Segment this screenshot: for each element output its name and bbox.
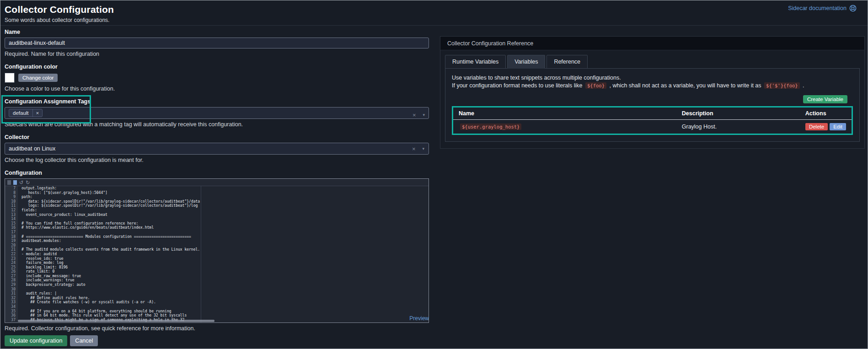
configuration-code-area[interactable]: 7 output.logstash: 8 hosts: ["${user.gra… <box>5 186 429 322</box>
line-number: 35 <box>5 309 18 314</box>
line-number: 19 <box>5 239 18 243</box>
line-text: # The auditd module collects events from… <box>18 247 200 252</box>
collector-configuration-reference-panel: Collector Configuration Reference Runtim… <box>440 36 865 149</box>
code-line: 23 resolve_ids: true <box>5 257 429 261</box>
code-line: 34 <box>5 305 429 309</box>
delete-variable-button[interactable]: Delete <box>805 123 828 130</box>
undo-icon[interactable]: ↺ <box>19 180 23 185</box>
copy-icon[interactable] <box>7 180 11 185</box>
line-number: 16 <box>5 226 18 230</box>
line-number: 14 <box>5 217 18 221</box>
cancel-button[interactable]: Cancel <box>70 335 98 346</box>
line-text: auditbeat.modules: <box>18 239 61 243</box>
code-line: 7 output.logstash: <box>5 186 429 191</box>
reference-panel-title: Collector Configuration Reference <box>447 40 533 47</box>
line-text: ## Define audit rules here. <box>18 296 90 301</box>
code-line: 22 - module: auditd <box>5 252 429 257</box>
escaped-foo-code: ${'$'}{foo} <box>764 82 800 89</box>
sidecar-documentation-label: Sidecar documentation <box>788 5 847 11</box>
collector-select[interactable]: auditbeat on Linux × ▾ <box>5 143 429 155</box>
line-text <box>18 305 21 309</box>
code-line: 18 # ========================== Modules … <box>5 235 429 239</box>
variables-tab-content: Use variables to share text snippets acr… <box>445 68 860 142</box>
line-number: 31 <box>5 291 18 296</box>
line-text: ## If you are on a 64 bit platform, ever… <box>18 309 171 314</box>
line-text: ## in 64 bit mode. This rule will detect… <box>18 313 187 318</box>
code-line: 29 backpressure_strategy: auto <box>5 283 429 287</box>
change-color-button[interactable]: Change color <box>18 74 58 82</box>
line-number: 22 <box>5 252 18 257</box>
code-line: 16 # https://www.elastic.co/guide/en/bea… <box>5 226 429 230</box>
variables-intro: Use variables to share text snippets acr… <box>452 74 853 90</box>
line-number: 8 <box>5 191 18 195</box>
collector-configuration-form: Name Required. Name for this configurati… <box>5 29 429 346</box>
lifebuoy-help-icon <box>849 5 857 12</box>
collector-help-text: Choose the log collector this configurat… <box>5 157 429 163</box>
line-number: 21 <box>5 247 18 252</box>
code-line: 36 ## in 64 bit mode. This rule will det… <box>5 313 429 318</box>
update-configuration-button[interactable]: Update configuration <box>5 335 67 346</box>
line-text <box>18 287 21 292</box>
tags-caret-icon[interactable]: ▾ <box>423 113 425 117</box>
code-line: 28 include_warnings: true <box>5 278 429 283</box>
line-text: resolve_ids: true <box>18 257 64 261</box>
tag-remove-icon[interactable]: × <box>32 109 43 117</box>
collector-caret-icon[interactable]: ▾ <box>422 146 424 151</box>
line-number: 36 <box>5 313 18 318</box>
form-actions: Update configuration Cancel <box>5 335 429 346</box>
variable-name-code: ${user.graylog_host} <box>460 123 521 130</box>
line-number: 27 <box>5 274 18 279</box>
line-number: 24 <box>5 261 18 265</box>
name-label: Name <box>5 29 429 35</box>
reference-tab-label: Variables <box>514 59 538 65</box>
line-number: 33 <box>5 300 18 305</box>
line-number: 29 <box>5 283 18 287</box>
line-text: hosts: ["${user.graylog_host}:5044"] <box>18 191 107 195</box>
line-number: 17 <box>5 230 18 235</box>
edit-variable-button[interactable]: Edit <box>830 123 846 130</box>
configuration-field-group: Configuration ↺ ↻ 7 output.logstash: <box>5 170 429 346</box>
redo-icon[interactable]: ↻ <box>26 180 30 185</box>
tags-multiselect[interactable]: default × <box>5 107 429 119</box>
configuration-help-text: Required. Collector configuration, see q… <box>5 325 429 332</box>
page-title: Collector Configuration <box>5 4 114 15</box>
code-line: 19 auditbeat.modules: <box>5 239 429 243</box>
reference-tab[interactable]: Runtime Variables <box>445 55 506 69</box>
code-line: 35 ## If you are on a 64 bit platform, e… <box>5 309 429 314</box>
tags-clear-icon[interactable]: × <box>413 112 416 118</box>
line-text: include_warnings: true <box>18 278 75 283</box>
line-number: 18 <box>5 235 18 239</box>
line-text: output.logstash: <box>18 186 57 191</box>
page-subtitle: Some words about collector configuration… <box>5 17 109 23</box>
line-number: 26 <box>5 269 18 274</box>
variable-description-cell: Graylog Host. <box>676 120 800 134</box>
line-number: 11 <box>5 204 18 208</box>
color-help-text: Choose a color to use for this configura… <box>5 86 429 92</box>
create-variable-button[interactable]: Create Variable <box>803 95 847 103</box>
reference-tab[interactable]: Variables <box>507 55 545 69</box>
variables-intro-line2: If your configuration format needs to us… <box>452 82 853 90</box>
code-line: 12 fields: <box>5 208 429 213</box>
column-header-actions: Actions <box>800 107 852 120</box>
configuration-editor: ↺ ↻ 7 output.logstash: 8 hosts: ["${user… <box>5 178 429 323</box>
collector-field-group: Collector auditbeat on Linux × ▾ Choose … <box>5 134 429 163</box>
paste-icon[interactable] <box>13 180 17 185</box>
line-text: audit_rules: | <box>18 291 57 296</box>
line-number: 20 <box>5 243 18 248</box>
tags-field-group: Configuration Assignment Tags default × … <box>5 98 429 128</box>
editor-toolbar: ↺ ↻ <box>5 179 429 186</box>
collector-clear-icon[interactable]: × <box>412 145 416 152</box>
reference-tab[interactable]: Reference <box>547 55 588 69</box>
line-number: 9 <box>5 195 18 199</box>
variables-table-header-row: Name Description Actions <box>453 107 852 120</box>
name-help-text: Required. Name for this configuration <box>5 51 429 57</box>
assignment-tags-label: Configuration Assignment Tags <box>5 98 429 105</box>
line-text: fields: <box>18 208 37 213</box>
name-input[interactable] <box>5 38 429 48</box>
code-line: 10 data: ${sidecar.spoolDir!"/var/lib/gr… <box>5 199 429 204</box>
preview-link[interactable]: Preview <box>409 315 429 322</box>
color-swatch[interactable] <box>5 73 15 83</box>
reference-tab-label: Reference <box>554 59 580 65</box>
sidecar-documentation-link[interactable]: Sidecar documentation <box>788 5 857 12</box>
editor-horizontal-scrollbar[interactable] <box>18 320 214 322</box>
